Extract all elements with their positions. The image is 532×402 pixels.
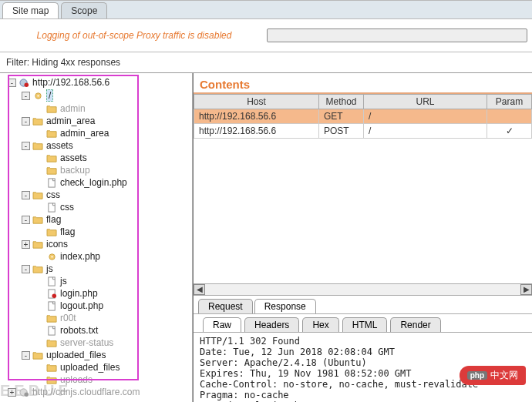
tree-node-label: login.php bbox=[60, 288, 98, 299]
tree-node[interactable]: assets bbox=[2, 152, 190, 164]
tree-node[interactable]: +icons bbox=[2, 238, 190, 250]
collapse-icon[interactable]: - bbox=[22, 191, 30, 199]
content-panel: Contents Host Method URL Param http://19… bbox=[193, 73, 532, 402]
contents-table: Host Method URL Param http://192.168.56.… bbox=[194, 94, 532, 283]
scroll-left-icon[interactable]: ◀ bbox=[194, 284, 205, 295]
tree-node[interactable]: robots.txt bbox=[2, 324, 190, 337]
tree-node[interactable]: logout.php bbox=[2, 300, 190, 312]
col-method[interactable]: Method bbox=[319, 95, 364, 109]
tree-node-label: admin bbox=[60, 103, 86, 114]
tree-node[interactable]: -admin_area bbox=[2, 115, 190, 127]
file-icon bbox=[46, 203, 58, 213]
tree-node[interactable]: server-status bbox=[2, 337, 190, 349]
svg-point-1 bbox=[25, 82, 29, 87]
tab-request[interactable]: Request bbox=[198, 299, 253, 313]
table-row[interactable]: http://192.168.56.6GET/ bbox=[194, 109, 532, 124]
response-subtabs: Raw Headers Hex HTML Render bbox=[194, 314, 532, 333]
tree-node-label: assets bbox=[46, 140, 73, 151]
tree-node[interactable]: index.php bbox=[2, 250, 190, 263]
expand-icon[interactable]: + bbox=[8, 388, 16, 397]
tree-node-label: backup bbox=[60, 165, 90, 176]
contents-title: Contents bbox=[194, 73, 532, 94]
tree-node[interactable]: uploads bbox=[2, 374, 190, 386]
filter-row[interactable]: Filter: Hiding 4xx responses bbox=[0, 52, 532, 73]
scroll-track[interactable] bbox=[205, 284, 520, 295]
tree-node-label: robots.txt bbox=[60, 325, 98, 336]
tree-node[interactable]: +http://cdnjs.cloudflare.com bbox=[2, 386, 190, 398]
svg-rect-12 bbox=[49, 326, 55, 334]
tree-node-label: uploads bbox=[60, 374, 93, 385]
tree-node[interactable]: check_login.php bbox=[2, 176, 190, 189]
tree-node[interactable]: -flag bbox=[2, 213, 190, 226]
banner: Logging of out-of-scope Proxy traffic is… bbox=[0, 19, 532, 52]
tree-node-label: http://cdnjs.cloudflare.com bbox=[32, 387, 140, 397]
table-row[interactable]: http://192.168.56.6POST/✓ bbox=[194, 124, 532, 139]
banner-button[interactable] bbox=[267, 28, 527, 42]
file-icon bbox=[46, 326, 58, 336]
subtab-render[interactable]: Render bbox=[390, 317, 440, 332]
tree-node-label: flag bbox=[60, 226, 75, 237]
subtab-headers[interactable]: Headers bbox=[244, 317, 299, 332]
tree-node[interactable]: css bbox=[2, 201, 190, 213]
folder-icon bbox=[32, 116, 44, 126]
tree-node[interactable]: uploaded_files bbox=[2, 361, 190, 374]
collapse-icon[interactable]: - bbox=[8, 79, 16, 87]
gear-icon bbox=[32, 91, 44, 101]
tree-node[interactable]: admin bbox=[2, 102, 190, 115]
expand-icon[interactable]: + bbox=[22, 240, 30, 249]
cell-method: POST bbox=[319, 124, 364, 139]
svg-point-14 bbox=[25, 392, 29, 397]
tree-node[interactable]: -js bbox=[2, 263, 190, 275]
svg-rect-4 bbox=[49, 178, 55, 186]
folder-icon bbox=[32, 215, 44, 225]
tree-node-label: admin_area bbox=[46, 116, 95, 126]
tree-node[interactable]: -/ bbox=[2, 89, 190, 102]
scroll-right-icon[interactable]: ▶ bbox=[520, 284, 532, 295]
folder-icon bbox=[46, 375, 58, 385]
tree-node[interactable]: r00t bbox=[2, 312, 190, 324]
tree-node[interactable]: login.php bbox=[2, 287, 190, 300]
folder-icon bbox=[46, 227, 58, 237]
collapse-icon[interactable]: - bbox=[22, 117, 30, 126]
cell-host: http://192.168.56.6 bbox=[194, 124, 319, 139]
collapse-icon[interactable]: - bbox=[22, 216, 30, 224]
tree-node[interactable]: backup bbox=[2, 164, 190, 176]
tree-node[interactable]: -http://192.168.56.6 bbox=[2, 76, 190, 89]
tree-node-label: icons bbox=[46, 239, 68, 250]
php-badge-cn: 中文网 bbox=[490, 369, 518, 382]
collapse-icon[interactable]: - bbox=[22, 265, 30, 273]
svg-point-3 bbox=[37, 95, 39, 96]
tree-node[interactable]: js bbox=[2, 275, 190, 287]
tab-sitemap[interactable]: Site map bbox=[2, 2, 59, 18]
subtab-html[interactable]: HTML bbox=[342, 317, 388, 332]
tree-node[interactable]: -css bbox=[2, 189, 190, 201]
tree-node[interactable]: -assets bbox=[2, 139, 190, 152]
collapse-icon[interactable]: - bbox=[22, 142, 30, 150]
tab-scope[interactable]: Scope bbox=[61, 2, 107, 18]
tree-node[interactable]: -uploaded_files bbox=[2, 349, 190, 361]
subtab-raw[interactable]: Raw bbox=[203, 317, 241, 332]
collapse-icon[interactable]: - bbox=[22, 351, 30, 360]
subtab-hex[interactable]: Hex bbox=[302, 317, 338, 332]
svg-point-10 bbox=[52, 293, 57, 298]
php-badge-php: php bbox=[467, 371, 487, 380]
file-icon bbox=[46, 301, 58, 311]
horizontal-scrollbar[interactable]: ◀ ▶ bbox=[194, 283, 532, 296]
folder-icon bbox=[46, 313, 58, 323]
tree-node-label: check_login.php bbox=[60, 177, 127, 188]
tree-node[interactable]: admin_area bbox=[2, 127, 190, 139]
col-url[interactable]: URL bbox=[364, 95, 487, 109]
folder-icon bbox=[46, 129, 58, 139]
file-icon bbox=[46, 276, 58, 286]
col-host[interactable]: Host bbox=[194, 95, 319, 109]
tree-node-label: index.php bbox=[60, 251, 100, 262]
tree-node-label: uploaded_files bbox=[60, 362, 120, 373]
tree-node[interactable]: flag bbox=[2, 226, 190, 238]
collapse-icon[interactable]: - bbox=[22, 92, 30, 100]
tree-node-label: http://192.168.56.6 bbox=[32, 77, 109, 88]
folder-icon bbox=[46, 153, 58, 163]
folder-icon bbox=[32, 190, 44, 200]
tree-node-label: logout.php bbox=[60, 300, 103, 311]
tab-response[interactable]: Response bbox=[254, 299, 316, 313]
col-params[interactable]: Param bbox=[487, 95, 532, 109]
